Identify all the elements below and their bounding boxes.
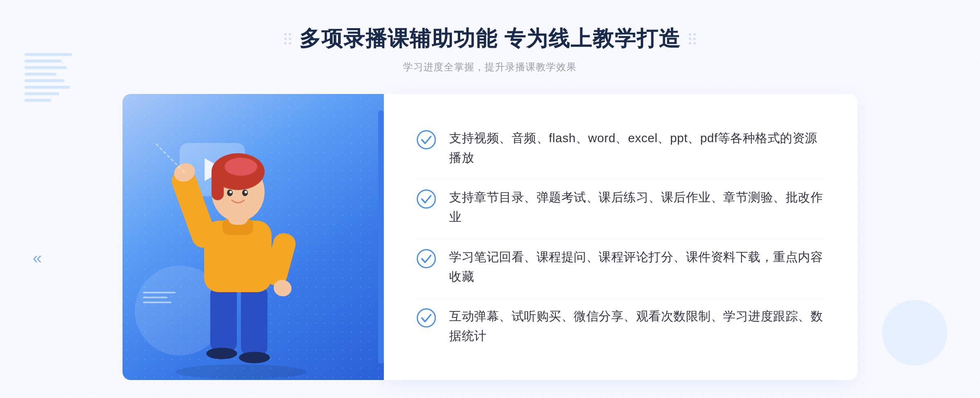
feature-item-2: 支持章节目录、弹题考试、课后练习、课后作业、章节测验、批改作业	[416, 179, 825, 235]
feature-text-2: 支持章节目录、弹题考试、课后练习、课后作业、章节测验、批改作业	[449, 188, 825, 227]
svg-point-4	[239, 352, 270, 363]
title-dots-right	[689, 33, 696, 45]
feature-text-3: 学习笔记回看、课程提问、课程评论打分、课件资料下载，重点内容收藏	[449, 247, 825, 286]
feature-item-3: 学习笔记回看、课程提问、课程评论打分、课件资料下载，重点内容收藏	[416, 239, 825, 295]
deco-top-left-stripes	[24, 53, 78, 127]
svg-point-23	[417, 190, 435, 208]
svg-point-25	[417, 309, 435, 327]
main-title: 多项录播课辅助功能 专为线上教学打造	[299, 25, 681, 53]
svg-point-17	[229, 191, 232, 193]
deco-chevrons: «	[33, 249, 42, 267]
svg-point-0	[176, 364, 306, 379]
check-icon-4	[416, 308, 436, 328]
feature-item-4: 互动弹幕、试听购买、微信分享、观看次数限制、学习进度跟踪、数据统计	[416, 298, 825, 354]
feature-text-1: 支持视频、音频、flash、word、excel、ppt、pdf等各种格式的资源…	[449, 128, 825, 168]
illustration-card	[122, 94, 384, 380]
check-icon-1	[416, 130, 436, 150]
svg-point-22	[417, 131, 435, 149]
check-icon-2	[416, 189, 436, 209]
page-container: 多项录播课辅助功能 专为线上教学打造 学习进度全掌握，提升录播课教学效果	[0, 0, 980, 398]
subtitle: 学习进度全掌握，提升录播课教学效果	[284, 60, 696, 74]
person-figure	[155, 127, 327, 380]
content-area: 支持视频、音频、flash、word、excel、ppt、pdf等各种格式的资源…	[122, 94, 858, 380]
blue-sidebar-accent	[378, 110, 384, 364]
header-section: 多项录播课辅助功能 专为线上教学打造 学习进度全掌握，提升录播课教学效果	[284, 25, 696, 74]
check-icon-3	[416, 249, 436, 268]
svg-rect-2	[241, 286, 267, 356]
svg-rect-14	[212, 168, 224, 200]
features-panel: 支持视频、音频、flash、word、excel、ppt、pdf等各种格式的资源…	[384, 94, 858, 380]
feature-text-4: 互动弹幕、试听购买、微信分享、观看次数限制、学习进度跟踪、数据统计	[449, 306, 825, 346]
title-dots-left	[284, 33, 291, 45]
main-title-row: 多项录播课辅助功能 专为线上教学打造	[284, 25, 696, 53]
svg-point-15	[225, 158, 257, 176]
svg-point-19	[245, 191, 247, 193]
svg-point-24	[417, 250, 435, 268]
feature-item-1: 支持视频、音频、flash、word、excel、ppt、pdf等各种格式的资源…	[416, 120, 825, 176]
svg-point-3	[206, 348, 237, 359]
svg-rect-1	[210, 286, 237, 351]
deco-bottom-right-circle	[882, 300, 947, 365]
